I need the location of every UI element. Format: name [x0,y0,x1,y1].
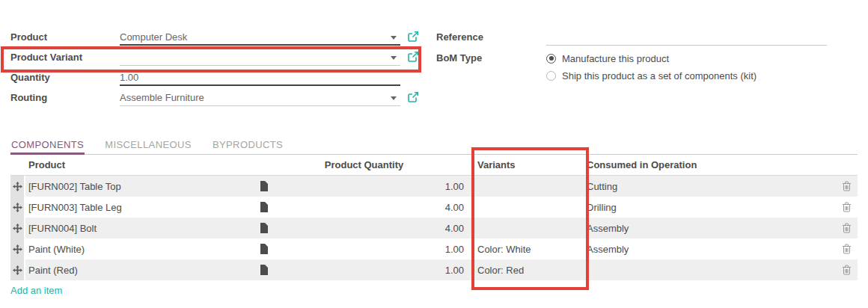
product-input[interactable]: Computer Desk [120,29,400,46]
field-row-quantity: Quantity 1.00 [10,70,400,90]
bom-type-option-kit[interactable]: Ship this product as a set of components… [546,68,757,83]
document-icon [260,223,268,233]
field-row-routing: Routing Assemble Furniture [10,90,400,110]
external-link-icon[interactable] [407,51,419,63]
add-an-item-link[interactable]: Add an item [10,285,62,296]
col-header-product[interactable]: Product [25,155,258,175]
components-table: Product Product Quantity Variants Consum… [10,155,858,280]
trash-icon [842,244,852,254]
reference-input[interactable] [546,29,827,46]
col-header-variants[interactable]: Variants [470,155,581,175]
handle-column-spacer [10,155,25,175]
field-row-product: Product Computer Desk [10,29,400,49]
document-icon [260,244,268,254]
col-header-product-quantity[interactable]: Product Quantity [258,155,470,175]
row-variants[interactable]: Color: White [470,238,581,259]
routing-input[interactable]: Assemble Furniture [120,90,400,106]
reference-label: Reference [436,29,546,43]
routing-label: Routing [10,90,120,103]
row-quantity: 1.00 [445,181,464,192]
product-variant-input[interactable] [120,49,400,66]
notebook-tabs: COMPONENTS MISCELLANEOUS BYPRODUCTS [10,138,858,155]
table-row[interactable]: [FURN003] Table Leg 4.00 Drilling [10,197,858,218]
table-row[interactable]: Paint (White) 1.00 Color: White Assembly [10,238,858,259]
drag-handle[interactable] [10,259,25,280]
reference-value [546,29,827,31]
field-row-product-variant: Product Variant [10,49,400,70]
field-row-reference: Reference [436,29,827,49]
row-product[interactable]: Paint (White) [25,238,258,259]
table-header: Product Product Quantity Variants Consum… [10,155,858,176]
delete-row-button[interactable] [829,259,856,280]
row-quantity: 1.00 [445,265,464,276]
bom-type-option-label: Ship this product as a set of components… [562,70,757,81]
row-quantity-cell[interactable]: 1.00 [258,259,470,280]
row-product[interactable]: Paint (Red) [25,259,258,280]
trash-icon [842,223,852,233]
radio-unselected-icon[interactable] [546,71,556,81]
external-link-icon[interactable] [407,91,419,103]
radio-selected-icon[interactable] [546,54,556,64]
caret-down-icon[interactable] [391,96,397,100]
tab-miscellaneous[interactable]: MISCELLANEOUS [104,138,192,155]
drag-handle[interactable] [10,238,25,259]
drag-handle[interactable] [10,197,25,218]
document-icon [260,265,268,275]
trash-icon [842,265,852,275]
table-row[interactable]: Paint (Red) 1.00 Color: Red [10,259,858,280]
row-variants[interactable] [470,176,581,197]
row-quantity-cell[interactable]: 1.00 [258,238,470,259]
row-operation[interactable] [581,259,829,280]
row-operation[interactable]: Cutting [581,176,829,197]
row-quantity: 4.00 [445,223,464,234]
table-row[interactable]: [FURN004] Bolt 4.00 Assembly [10,218,858,238]
quantity-input[interactable]: 1.00 [120,70,400,86]
product-value: Computer Desk [120,29,400,43]
tab-components[interactable]: COMPONENTS [10,138,85,155]
field-row-bom-type: BoM Type [436,50,546,70]
row-operation[interactable]: Assembly [581,218,829,238]
row-product[interactable]: [FURN003] Table Leg [25,197,258,218]
quantity-label: Quantity [10,70,120,83]
product-variant-label: Product Variant [10,49,120,63]
product-label: Product [10,29,120,43]
row-operation[interactable]: Assembly [581,238,829,259]
bom-form-page: Product Computer Desk Product Variant [0,0,868,308]
external-link-icon[interactable] [407,31,419,43]
row-operation[interactable]: Drilling [581,197,829,218]
document-icon [260,202,268,212]
drag-handle[interactable] [10,218,25,238]
product-variant-value [120,49,400,52]
row-product[interactable]: [FURN002] Table Top [25,176,258,197]
bom-type-option-label: Manufacture this product [562,53,669,64]
delete-column-spacer [829,155,856,175]
drag-handle[interactable] [10,176,25,197]
bom-type-label: BoM Type [436,50,546,64]
delete-row-button[interactable] [829,218,856,238]
tab-byproducts[interactable]: BYPRODUCTS [212,138,284,155]
row-variants[interactable] [470,218,581,238]
delete-row-button[interactable] [829,197,856,218]
col-header-consumed-in-operation[interactable]: Consumed in Operation [581,155,829,175]
quantity-value: 1.00 [120,70,400,83]
caret-down-icon[interactable] [391,56,397,60]
trash-icon [842,181,852,191]
row-quantity: 1.00 [445,244,464,255]
row-quantity-cell[interactable]: 1.00 [258,176,470,197]
row-quantity-cell[interactable]: 4.00 [258,197,470,218]
delete-row-button[interactable] [829,176,856,197]
row-quantity-cell[interactable]: 4.00 [258,218,470,238]
document-icon [260,181,268,191]
row-variants[interactable] [470,197,581,218]
bom-type-option-manufacture[interactable]: Manufacture this product [546,51,669,66]
row-variants[interactable]: Color: Red [470,259,581,280]
delete-row-button[interactable] [829,238,856,259]
routing-value: Assemble Furniture [120,90,400,103]
table-row[interactable]: [FURN002] Table Top 1.00 Cutting [10,176,858,197]
trash-icon [842,202,852,212]
row-quantity: 4.00 [445,202,464,213]
caret-down-icon[interactable] [391,36,397,40]
row-product[interactable]: [FURN004] Bolt [25,218,258,238]
